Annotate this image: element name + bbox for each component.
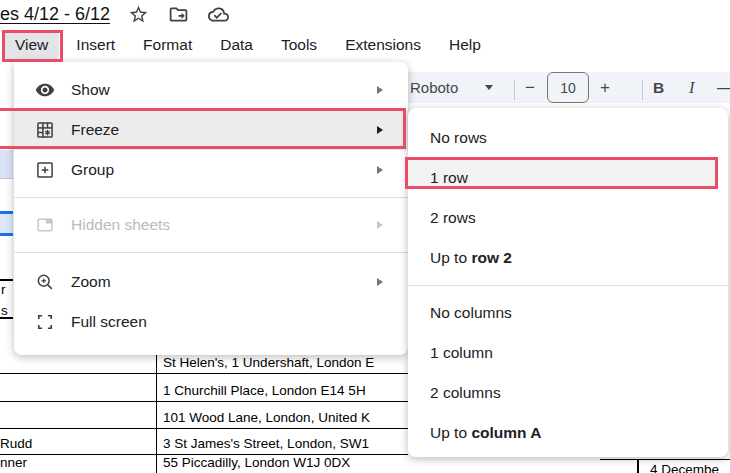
submenu-item-label: 2 rows	[430, 209, 476, 227]
cell-text-fragment: r	[1, 282, 13, 297]
toolbar-divider	[642, 72, 643, 103]
hidden-sheets-icon	[35, 215, 55, 235]
spreadsheet-grid: St Helen's, 1 Undershaft, London E 1 Chu…	[0, 355, 408, 473]
spreadsheet-fragment	[0, 178, 13, 179]
submenu-arrow-icon	[377, 166, 383, 174]
menu-item-group[interactable]: Group	[14, 150, 408, 190]
menu-item-hidden-sheets[interactable]: Hidden sheets	[14, 205, 408, 245]
menu-item-label: Freeze	[71, 121, 377, 139]
address-cell[interactable]: 1 Churchill Place, London E14 5H	[157, 374, 408, 401]
menu-item-label: Full screen	[71, 313, 408, 331]
cell-border-fragment	[0, 317, 13, 319]
eye-icon	[35, 80, 55, 100]
submenu-arrow-icon	[377, 278, 383, 286]
name-cell[interactable]: Rudd	[0, 429, 157, 454]
name-cell[interactable]	[0, 374, 157, 401]
table-row: 101 Wood Lane, London, United K	[0, 402, 408, 429]
submenu-item-label: No columns	[430, 304, 512, 322]
name-cell[interactable]: nner	[0, 455, 157, 473]
cell-text-fragment: s	[1, 303, 13, 318]
address-cell[interactable]: St Helen's, 1 Undershaft, London E	[157, 355, 408, 373]
submenu-arrow-icon	[377, 86, 383, 94]
star-icon[interactable]	[126, 2, 150, 26]
menu-item-zoom[interactable]: Zoom	[14, 262, 408, 302]
sheets-app-window: es 4/12 - 6/12 View Insert Format Data T…	[0, 0, 730, 473]
toolbar-divider	[514, 72, 515, 103]
submenu-item-label: Up to	[430, 249, 467, 267]
cell-border-fragment	[0, 279, 13, 281]
document-title[interactable]: es 4/12 - 6/12	[0, 4, 110, 25]
submenu-item-no-rows[interactable]: No rows	[408, 118, 728, 158]
submenu-item-1-row[interactable]: 1 row	[408, 158, 728, 198]
freeze-submenu: No rows 1 row 2 rows Up to row 2 No colu…	[408, 108, 728, 457]
menu-view[interactable]: View	[4, 31, 59, 59]
format-toolbar: Roboto − 10 + B I —	[395, 72, 730, 103]
submenu-item-no-columns[interactable]: No columns	[408, 293, 728, 333]
menu-item-show[interactable]: Show	[14, 70, 408, 110]
title-bar: es 4/12 - 6/12	[0, 0, 730, 28]
italic-button[interactable]: I	[689, 72, 695, 103]
menu-item-full-screen[interactable]: Full screen	[14, 302, 408, 342]
menu-item-freeze[interactable]: Freeze	[14, 110, 408, 150]
address-cell[interactable]: 55 Piccadilly, London W1J 0DX	[157, 455, 408, 473]
view-menu-dropdown: Show Freeze Group Hidden sheets	[14, 62, 408, 355]
submenu-item-up-to-column-a[interactable]: Up to column A	[408, 413, 728, 453]
submenu-item-label: 1 column	[430, 344, 493, 362]
submenu-item-up-to-row-2[interactable]: Up to row 2	[408, 238, 728, 278]
spreadsheet-fragment	[0, 214, 13, 233]
menu-divider	[408, 285, 728, 286]
menu-item-label: Group	[71, 161, 377, 179]
menu-extensions[interactable]: Extensions	[334, 31, 432, 59]
freeze-icon	[35, 120, 55, 140]
font-family-caret[interactable]	[485, 72, 493, 103]
increase-font-size-button[interactable]: +	[600, 72, 610, 103]
cell-border-fragment	[637, 460, 639, 473]
cloud-saved-icon[interactable]	[206, 2, 230, 26]
menu-help[interactable]: Help	[438, 31, 492, 59]
table-row: St Helen's, 1 Undershaft, London E	[0, 355, 408, 374]
address-cell[interactable]: 101 Wood Lane, London, United K	[157, 402, 408, 428]
menu-tools[interactable]: Tools	[270, 31, 328, 59]
menu-format[interactable]: Format	[132, 31, 203, 59]
menu-item-label: Zoom	[71, 273, 377, 291]
font-family-select[interactable]: Roboto	[410, 72, 458, 103]
strikethrough-button[interactable]: —	[717, 72, 730, 103]
date-cell[interactable]: 4 Decembe	[650, 462, 719, 473]
submenu-arrow-icon	[377, 221, 383, 229]
table-row: Rudd 3 St James's Street, London, SW1	[0, 429, 408, 455]
address-cell[interactable]: 3 St James's Street, London, SW1	[157, 429, 408, 454]
submenu-item-1-column[interactable]: 1 column	[408, 333, 728, 373]
menu-divider	[14, 252, 408, 253]
frozen-row-divider	[0, 233, 13, 236]
submenu-item-label: No rows	[430, 129, 487, 147]
bold-button[interactable]: B	[653, 72, 664, 103]
font-size-input[interactable]: 10	[547, 72, 589, 103]
menu-data[interactable]: Data	[209, 31, 264, 59]
submenu-item-label: 1 row	[430, 169, 468, 187]
group-icon	[35, 160, 55, 180]
submenu-arrow-icon	[377, 126, 383, 134]
name-cell[interactable]	[0, 402, 157, 428]
menu-item-label: Show	[71, 81, 377, 99]
table-row: 1 Churchill Place, London E14 5H	[0, 374, 408, 402]
name-cell[interactable]	[0, 355, 157, 373]
submenu-item-label-bold: row 2	[471, 249, 511, 267]
submenu-item-label: 2 columns	[430, 384, 501, 402]
menu-divider	[14, 197, 408, 198]
submenu-item-2-columns[interactable]: 2 columns	[408, 373, 728, 413]
move-to-folder-icon[interactable]	[166, 2, 190, 26]
table-row: nner 55 Piccadilly, London W1J 0DX	[0, 455, 408, 473]
spreadsheet-fragment	[0, 150, 13, 178]
fullscreen-icon	[35, 312, 55, 332]
menu-bar: View Insert Format Data Tools Extensions…	[0, 28, 730, 62]
submenu-item-label-bold: column A	[471, 424, 541, 442]
decrease-font-size-button[interactable]: −	[525, 72, 535, 103]
submenu-item-2-rows[interactable]: 2 rows	[408, 198, 728, 238]
chevron-down-icon	[485, 85, 493, 90]
spreadsheet-fragment: 4 Decembe	[600, 459, 730, 473]
submenu-item-label: Up to	[430, 424, 467, 442]
menu-item-label: Hidden sheets	[71, 216, 377, 234]
menu-insert[interactable]: Insert	[65, 31, 126, 59]
zoom-in-icon	[35, 272, 55, 292]
